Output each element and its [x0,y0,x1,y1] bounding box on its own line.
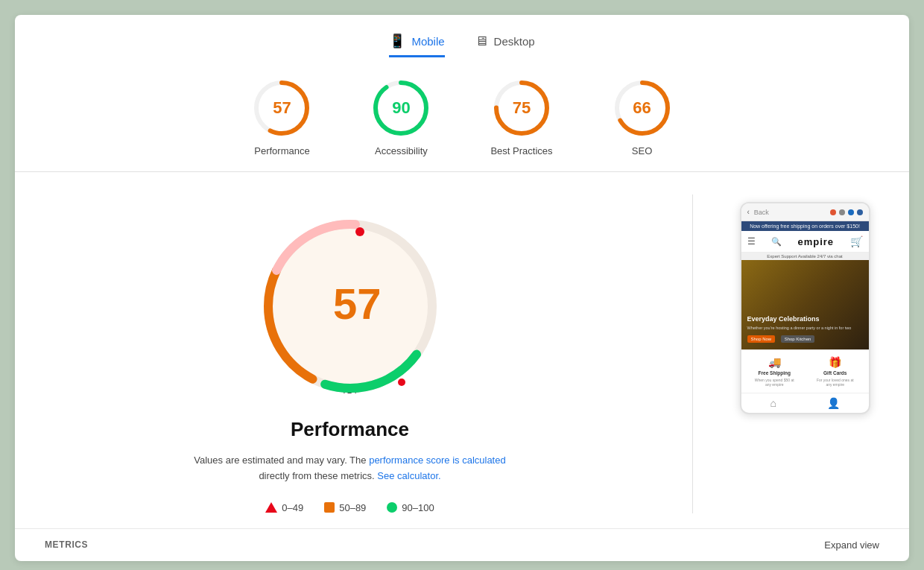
link1-cont: directly from these metrics. [259,470,374,481]
vertical-divider [692,194,693,513]
score-label-best-practices: Best Practices [490,145,552,156]
svg-point-13 [355,227,364,236]
mobile-icon: 📱 [389,33,405,49]
main-card: 📱 Mobile 🖥 Desktop 57 Performance [15,15,909,561]
feature-giftcards-desc: For your loved ones at any empire [814,378,855,387]
legend-item-green: 90–100 [387,502,434,513]
browser-back-icon: ‹ [747,208,750,216]
score-circle-seo: 66 [613,78,672,138]
perf-title: Performance [45,418,655,441]
phone-features: 🚚 Free Shipping When you spend $50 at an… [741,349,869,393]
left-panel: SI FCP CLS LCP TBT [45,194,655,513]
desktop-icon: 🖥 [475,34,488,49]
phone-mockup: ‹ Back Now offering free shipping on ord… [740,202,870,414]
phone-nav-home-icon: ⌂ [770,397,776,409]
phone-hero: Everyday Celebrations Whether you're hos… [741,260,869,349]
phone-feature-giftcards: 🎁 Gift Cards For your loved ones at any … [814,356,855,387]
phone-nav: ☰ 🔍 empire 🛒 [741,231,869,253]
expand-view-button[interactable]: Expand view [824,539,879,551]
browser-dots [830,209,863,215]
score-number-performance: 57 [273,98,291,118]
legend-range-red: 0–49 [282,502,303,513]
feature-giftcards-title: Gift Cards [823,370,847,376]
tab-mobile[interactable]: 📱 Mobile [389,33,444,57]
phone-logo: empire [797,236,834,247]
score-number-best-practices: 75 [513,98,531,118]
score-label-seo: SEO [632,145,652,156]
dot-red [830,209,836,215]
phone-support: Expert Support Available 24/7 via chat [741,253,869,260]
feature-shipping-desc: When you spend $50 at any empire [754,378,795,387]
phone-feature-shipping: 🚚 Free Shipping When you spend $50 at an… [754,356,795,387]
tab-mobile-label: Mobile [411,35,444,48]
phone-bottom-nav: ⌂ 👤 [741,393,869,413]
score-accessibility: 90 Accessibility [371,78,431,156]
perf-score-link[interactable]: performance score is calculated [369,455,506,466]
legend-circle-icon [387,502,397,513]
dot-blue [848,209,854,215]
perf-description: Values are estimated and may vary. The p… [194,453,505,484]
gauge-center-score: 57 [333,279,382,329]
score-number-seo: 66 [633,98,651,118]
score-label-performance: Performance [254,145,309,156]
legend-item-orange: 50–89 [324,502,366,513]
score-circle-best-practices: 75 [492,78,551,138]
browser-back-label: Back [754,209,769,216]
score-performance: 57 Performance [252,78,311,156]
nav-cart-icon: 🛒 [850,235,863,247]
score-circle-performance: 57 [252,78,311,138]
score-seo: 66 SEO [613,78,672,156]
top-section: 📱 Mobile 🖥 Desktop 57 Performance [15,15,909,172]
phone-banner: Now offering free shipping on orders ove… [741,221,869,231]
tab-desktop[interactable]: 🖥 Desktop [475,33,535,57]
nav-menu-icon: ☰ [747,236,756,247]
legend-range-orange: 50–89 [339,502,366,513]
legend: 0–49 50–89 90–100 [45,502,655,513]
tab-desktop-label: Desktop [494,35,535,48]
legend-item-red: 0–49 [265,502,303,513]
bottom-section: SI FCP CLS LCP TBT [15,172,909,528]
dot-darkblue [857,209,863,215]
feature-shipping-icon: 🚚 [768,356,781,368]
calc-link[interactable]: See calculator. [377,470,440,481]
feature-shipping-title: Free Shipping [759,370,791,376]
metrics-label: METRICS [45,539,88,550]
right-panel: ‹ Back Now offering free shipping on ord… [730,194,879,513]
legend-triangle-icon [265,502,277,513]
scores-row: 57 Performance 90 Accessibility [15,78,909,156]
feature-giftcards-icon: 🎁 [829,356,841,368]
phone-browser-bar: ‹ Back [741,203,869,221]
perf-desc-text: Values are estimated and may vary. The [194,455,366,466]
score-best-practices: 75 Best Practices [490,78,552,156]
link1-text: performance score is calculated [369,455,506,466]
nav-search-icon: 🔍 [771,237,782,247]
metrics-footer: METRICS Expand view [15,528,909,561]
score-label-accessibility: Accessibility [375,145,428,156]
legend-range-green: 90–100 [402,502,434,513]
phone-btn-kitchen[interactable]: Shop Kitchen [781,335,815,343]
gauge-wrapper: SI FCP CLS LCP TBT [224,194,477,418]
phone-nav-person-icon: 👤 [827,397,840,409]
phone-btn-shop[interactable]: Shop Now [747,335,776,343]
dot-gray1 [839,209,845,215]
tabs-container: 📱 Mobile 🖥 Desktop [15,33,909,57]
svg-point-14 [398,379,405,386]
score-number-accessibility: 90 [392,98,410,118]
legend-square-icon [324,502,335,513]
score-circle-accessibility: 90 [371,78,431,138]
phone-hero-title: Everyday Celebrations [747,315,852,324]
